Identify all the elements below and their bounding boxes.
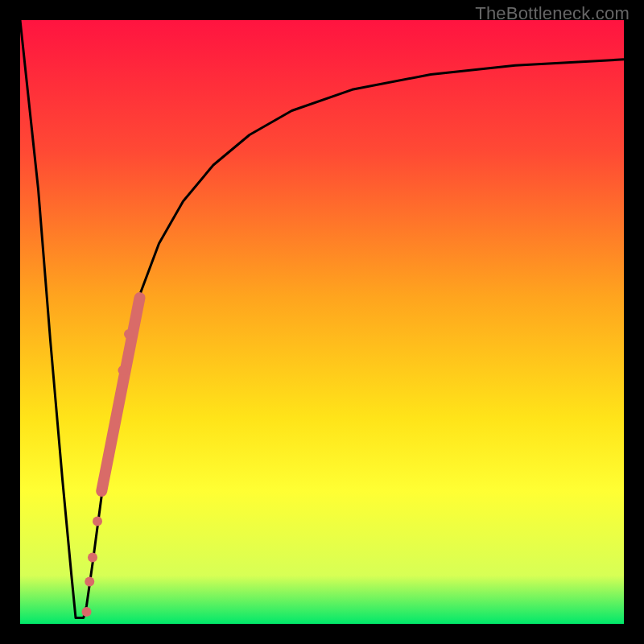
marker-dot [124, 329, 134, 339]
chart-canvas [20, 20, 624, 624]
marker-dot [111, 414, 121, 423]
marker-dot [97, 486, 106, 496]
plot-area [20, 20, 624, 624]
marker-dot [93, 517, 102, 526]
gradient-background [20, 20, 624, 624]
marker-dot [82, 607, 92, 617]
marker-dot [105, 450, 114, 460]
chart-frame: TheBottleneck.com [0, 0, 644, 644]
marker-dot [118, 365, 128, 375]
marker-dot [88, 553, 97, 563]
marker-dot [85, 577, 94, 587]
